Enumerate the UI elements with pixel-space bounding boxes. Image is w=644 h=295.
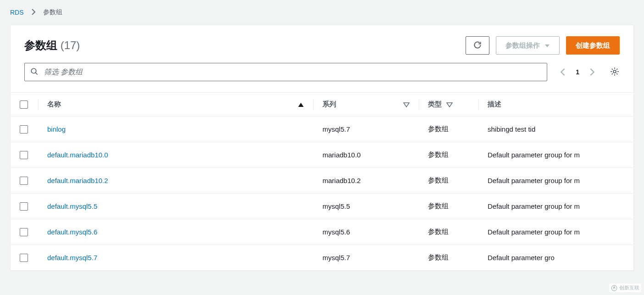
col-header-type[interactable]: 类型	[428, 100, 442, 109]
row-checkbox[interactable]	[20, 254, 28, 262]
create-button[interactable]: 创建参数组	[566, 36, 620, 55]
panel: 参数组 (17) 参数组操作 创建参数组	[10, 25, 634, 271]
row-name-link[interactable]: default.mariadb10.0	[47, 151, 108, 159]
row-name-link[interactable]: binlog	[47, 125, 66, 133]
filter-icon	[403, 102, 410, 107]
caret-down-icon	[544, 42, 550, 50]
svg-point-2	[613, 70, 616, 73]
row-type: 参数组	[419, 142, 478, 168]
table-row: binlogmysql5.7参数组shibingd test tid	[11, 117, 633, 142]
row-name-link[interactable]: default.mysql5.7	[47, 254, 97, 262]
row-checkbox[interactable]	[20, 202, 28, 211]
row-type: 参数组	[419, 168, 478, 194]
col-header-desc[interactable]: 描述	[488, 100, 501, 108]
breadcrumb-current: 参数组	[43, 8, 62, 17]
row-type: 参数组	[419, 194, 478, 219]
row-name-link[interactable]: default.mysql5.5	[47, 202, 97, 210]
row-name-link[interactable]: default.mariadb10.2	[47, 177, 108, 184]
row-checkbox[interactable]	[20, 151, 28, 159]
settings-button[interactable]	[610, 67, 620, 78]
panel-header: 参数组 (17) 参数组操作 创建参数组	[11, 25, 633, 86]
row-series: mysql5.7	[313, 117, 419, 142]
chevron-right-icon	[31, 9, 36, 17]
row-checkbox[interactable]	[20, 228, 28, 236]
table-row: default.mysql5.7mysql5.7参数组Default param…	[11, 245, 633, 271]
row-type: 参数组	[419, 117, 478, 142]
row-series: mysql5.6	[313, 219, 419, 245]
row-checkbox[interactable]	[20, 177, 28, 185]
row-desc: Default parameter group for m	[478, 142, 633, 168]
row-type: 参数组	[419, 219, 478, 245]
actions-dropdown-button[interactable]: 参数组操作	[496, 36, 560, 55]
title-text: 参数组	[24, 39, 57, 51]
col-header-series[interactable]: 系列	[322, 100, 336, 109]
row-series: mysql5.5	[313, 194, 419, 219]
pager-prev[interactable]	[560, 68, 566, 76]
refresh-icon	[473, 40, 482, 51]
row-desc: Default parameter group for m	[478, 168, 633, 194]
breadcrumb-root[interactable]: RDS	[10, 9, 24, 16]
search-box[interactable]	[24, 63, 547, 81]
search-icon	[30, 67, 39, 77]
svg-point-0	[31, 68, 36, 73]
table-row: default.mysql5.6mysql5.6参数组Default param…	[11, 219, 633, 245]
search-input[interactable]	[43, 67, 541, 77]
table-row: default.mariadb10.2mariadb10.2参数组Default…	[11, 168, 633, 194]
row-desc: Default parameter gro	[478, 245, 633, 271]
col-header-name[interactable]: 名称	[47, 100, 61, 109]
pager-next[interactable]	[589, 68, 595, 76]
svg-line-1	[35, 72, 38, 75]
pager-page: 1	[576, 68, 579, 76]
row-checkbox[interactable]	[20, 125, 28, 134]
row-desc: Default parameter group for m	[478, 194, 633, 219]
table-row: default.mariadb10.0mariadb10.0参数组Default…	[11, 142, 633, 168]
sort-asc-icon	[298, 102, 304, 107]
actions-label: 参数组操作	[505, 41, 540, 50]
table-row: default.mysql5.5mysql5.5参数组Default param…	[11, 194, 633, 219]
row-name-link[interactable]: default.mysql5.6	[47, 228, 97, 236]
row-desc: shibingd test tid	[478, 117, 633, 142]
filter-icon	[446, 102, 453, 107]
page-title: 参数组 (17)	[24, 38, 80, 53]
row-series: mysql5.7	[313, 245, 419, 271]
row-desc: Default parameter group for m	[478, 219, 633, 245]
select-all-checkbox[interactable]	[20, 100, 28, 109]
breadcrumb: RDS 参数组	[0, 0, 644, 25]
title-count: (17)	[61, 39, 80, 51]
refresh-button[interactable]	[466, 36, 489, 55]
gear-icon	[610, 67, 620, 78]
row-series: mariadb10.2	[313, 168, 419, 194]
row-type: 参数组	[419, 245, 478, 271]
parameter-groups-table: 名称 系列 类型	[11, 92, 633, 271]
row-series: mariadb10.0	[313, 142, 419, 168]
